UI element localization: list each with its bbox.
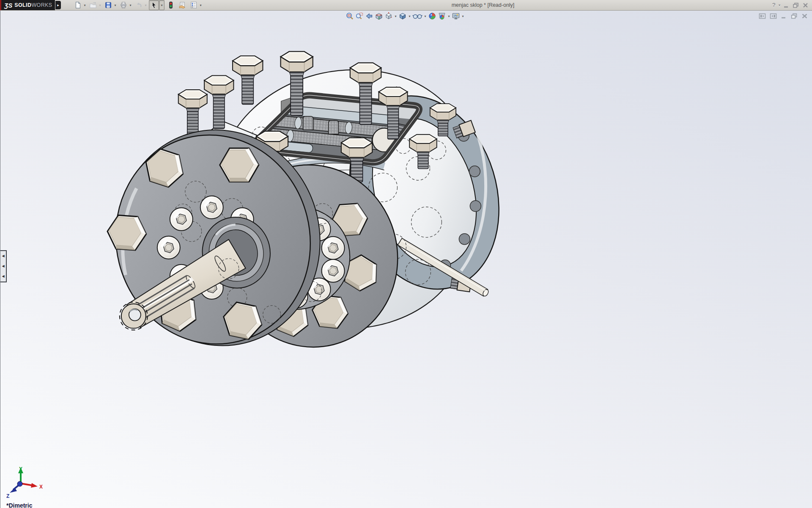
collapse-arrow-icon: ◀: [2, 275, 4, 278]
document-window-controls: [759, 13, 808, 19]
options-button[interactable]: [189, 0, 199, 10]
document-title: menjac sklop * [Read-only]: [452, 0, 515, 10]
view-settings-button[interactable]: [451, 11, 461, 21]
edit-appearance-button[interactable]: [428, 11, 437, 21]
display-style-dropdown-arrow[interactable]: ▾: [408, 14, 411, 18]
help-button[interactable]: ?: [772, 2, 776, 8]
collapse-arrow-icon: ◀: [2, 254, 4, 258]
collapse-arrow-icon: ◀: [2, 265, 4, 268]
solidworks-logo: ƷS SOLIDWORKS: [0, 0, 55, 10]
save-icon: [104, 1, 112, 9]
triad-x-label: X: [39, 484, 43, 490]
print-button[interactable]: [118, 0, 129, 10]
options-dropdown-arrow[interactable]: ▾: [199, 3, 203, 7]
open-document-button[interactable]: [88, 0, 98, 10]
new-document-icon: [74, 1, 82, 9]
select-cursor-icon: [150, 1, 158, 9]
solidworks-logo-text-bold: SOLID: [14, 2, 31, 8]
previous-view-icon: [365, 12, 373, 20]
restore-document-button[interactable]: [791, 13, 798, 19]
save-dropdown-arrow[interactable]: ▾: [113, 3, 117, 7]
select-button[interactable]: [149, 0, 159, 10]
solidworks-logo-mark-icon: ƷS: [4, 2, 12, 9]
view-settings-icon: [452, 12, 460, 20]
restore-button[interactable]: [793, 2, 799, 8]
traffic-light-button[interactable]: [166, 0, 176, 10]
apply-scene-icon: [438, 12, 446, 20]
triad-z-label: Z: [6, 493, 9, 499]
options-checklist-icon: [190, 1, 198, 9]
undo-icon: [135, 1, 143, 9]
view-settings-dropdown-arrow[interactable]: ▾: [461, 14, 465, 18]
new-dropdown-arrow[interactable]: ▾: [83, 3, 87, 7]
zoom-to-area-icon: [355, 12, 364, 20]
pane-left-icon[interactable]: [759, 13, 766, 19]
graphics-viewport[interactable]: ▾ ▾ ▾ ▾ ▾ ◀ ◀ ◀: [0, 11, 812, 508]
standard-toolbar: ▾ ▾ ▾ ▾ ▾ ▾ ▾: [73, 0, 204, 10]
file-properties-button[interactable]: [177, 0, 187, 10]
view-orientation-icon: [384, 12, 393, 20]
heads-up-view-toolbar: ▾ ▾ ▾ ▾ ▾: [345, 11, 465, 21]
open-document-icon: [89, 1, 97, 9]
print-icon: [120, 1, 127, 9]
reference-triad: Y X Z: [4, 466, 44, 499]
apply-scene-dropdown-arrow[interactable]: ▾: [447, 14, 451, 18]
display-style-button[interactable]: [398, 11, 407, 21]
apply-scene-button[interactable]: [437, 11, 447, 21]
pane-right-icon[interactable]: [770, 13, 777, 19]
view-orientation-label: *Dimetric: [6, 502, 32, 508]
help-dropdown-arrow[interactable]: ▾: [779, 3, 780, 7]
close-document-button[interactable]: [801, 13, 808, 19]
file-properties-icon: [178, 1, 186, 9]
menu-flyout-arrow[interactable]: ▸: [55, 1, 61, 9]
zoom-to-fit-icon: [346, 12, 354, 20]
hide-show-items-button[interactable]: [412, 11, 423, 21]
open-dropdown-arrow[interactable]: ▾: [98, 3, 102, 7]
print-dropdown-arrow[interactable]: ▾: [129, 3, 132, 7]
display-style-icon: [398, 12, 407, 20]
view-orientation-button[interactable]: [384, 11, 393, 21]
select-dropdown-arrow[interactable]: ▾: [159, 0, 165, 10]
gearbox-assembly-model[interactable]: [0, 11, 812, 508]
undo-dropdown-arrow[interactable]: ▾: [144, 3, 148, 7]
solidworks-logo-text-light: WORKS: [31, 2, 52, 8]
zoom-to-area-button[interactable]: [355, 11, 364, 21]
section-view-button[interactable]: [374, 11, 384, 21]
titlebar: ƷS SOLIDWORKS ▸ ▾ ▾ ▾ ▾ ▾ ▾ ▾: [0, 0, 812, 11]
zoom-to-fit-button[interactable]: [345, 11, 354, 21]
minimize-document-button[interactable]: [781, 13, 787, 19]
new-document-button[interactable]: [73, 0, 83, 10]
view-orientation-dropdown-arrow[interactable]: ▾: [394, 14, 398, 18]
save-button[interactable]: [103, 0, 113, 10]
close-button[interactable]: [802, 2, 809, 8]
previous-view-button[interactable]: [365, 11, 374, 21]
section-view-icon: [375, 12, 383, 20]
hide-show-items-dropdown-arrow[interactable]: ▾: [423, 14, 427, 18]
window-controls: ? ▾: [772, 0, 809, 10]
undo-button[interactable]: [134, 0, 144, 10]
traffic-light-icon: [167, 1, 175, 9]
feature-tree-collapsed-tab[interactable]: ◀ ◀ ◀: [0, 250, 7, 282]
hide-show-items-icon: [412, 12, 423, 20]
triad-y-label: Y: [19, 466, 22, 472]
edit-appearance-icon: [428, 12, 436, 20]
minimize-button[interactable]: [783, 2, 790, 8]
